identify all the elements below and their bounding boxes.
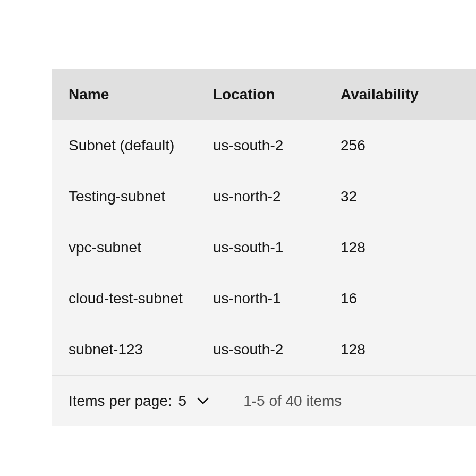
header-location[interactable]: Location bbox=[213, 86, 341, 103]
pagination-bar: Items per page: 5 1-5 of 40 items bbox=[52, 375, 476, 426]
table-row[interactable]: subnet-123 us-south-2 128 bbox=[52, 324, 476, 375]
pagination-range-text: 1-5 of 40 items bbox=[226, 393, 342, 410]
cell-location: us-north-2 bbox=[213, 188, 341, 205]
table-header-row: Name Location Availability bbox=[52, 69, 476, 120]
header-availability[interactable]: Availability bbox=[341, 86, 476, 103]
cell-availability: 128 bbox=[341, 341, 476, 358]
table-row[interactable]: Subnet (default) us-south-2 256 bbox=[52, 120, 476, 171]
chevron-down-icon bbox=[197, 397, 209, 405]
table-row[interactable]: cloud-test-subnet us-north-1 16 bbox=[52, 273, 476, 324]
cell-availability: 32 bbox=[341, 188, 476, 205]
cell-availability: 128 bbox=[341, 239, 476, 256]
cell-name: cloud-test-subnet bbox=[52, 290, 213, 307]
subnet-table: Name Location Availability Subnet (defau… bbox=[52, 69, 476, 426]
items-per-page-value: 5 bbox=[178, 393, 187, 410]
cell-location: us-south-2 bbox=[213, 137, 341, 154]
cell-name: subnet-123 bbox=[52, 341, 213, 358]
table-row[interactable]: vpc-subnet us-south-1 128 bbox=[52, 222, 476, 273]
table-row[interactable]: Testing-subnet us-north-2 32 bbox=[52, 171, 476, 222]
cell-location: us-north-1 bbox=[213, 290, 341, 307]
cell-name: vpc-subnet bbox=[52, 239, 213, 256]
cell-name: Testing-subnet bbox=[52, 188, 213, 205]
cell-name: Subnet (default) bbox=[52, 137, 213, 154]
header-name[interactable]: Name bbox=[52, 86, 213, 103]
cell-availability: 256 bbox=[341, 137, 476, 154]
cell-location: us-south-2 bbox=[213, 341, 341, 358]
items-per-page-label: Items per page: bbox=[69, 393, 172, 410]
items-per-page-select[interactable]: Items per page: 5 bbox=[52, 376, 226, 426]
cell-availability: 16 bbox=[341, 290, 476, 307]
cell-location: us-south-1 bbox=[213, 239, 341, 256]
